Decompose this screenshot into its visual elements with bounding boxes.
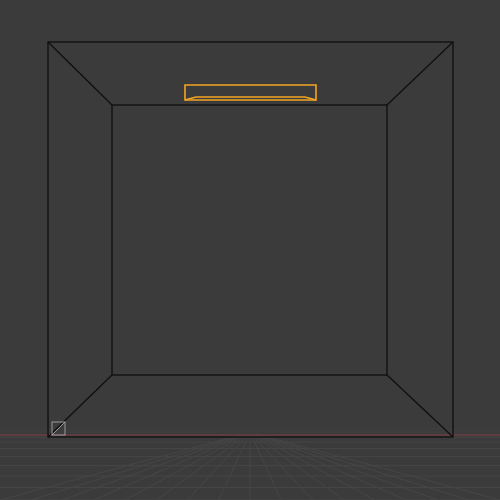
- svg-line-21: [253, 435, 313, 500]
- svg-rect-29: [112, 105, 387, 375]
- svg-line-30: [48, 42, 112, 105]
- svg-line-27: [260, 435, 500, 500]
- viewport-3d[interactable]: [0, 0, 500, 500]
- svg-line-31: [387, 42, 453, 105]
- svg-line-26: [259, 435, 469, 500]
- selected-area-light[interactable]: [185, 85, 316, 100]
- svg-line-20: [251, 435, 281, 500]
- svg-line-12: [31, 435, 241, 500]
- svg-line-13: [63, 435, 243, 500]
- svg-line-14: [94, 435, 244, 500]
- svg-line-18: [219, 435, 249, 500]
- svg-line-33: [48, 375, 112, 437]
- svg-line-15: [125, 435, 245, 500]
- svg-line-11: [0, 435, 240, 500]
- floor-grid: [0, 429, 500, 500]
- svg-line-25: [258, 435, 438, 500]
- cube-wireframe[interactable]: [48, 42, 453, 437]
- svg-line-24: [256, 435, 406, 500]
- svg-line-17: [188, 435, 248, 500]
- svg-line-32: [387, 375, 453, 437]
- svg-line-23: [255, 435, 375, 500]
